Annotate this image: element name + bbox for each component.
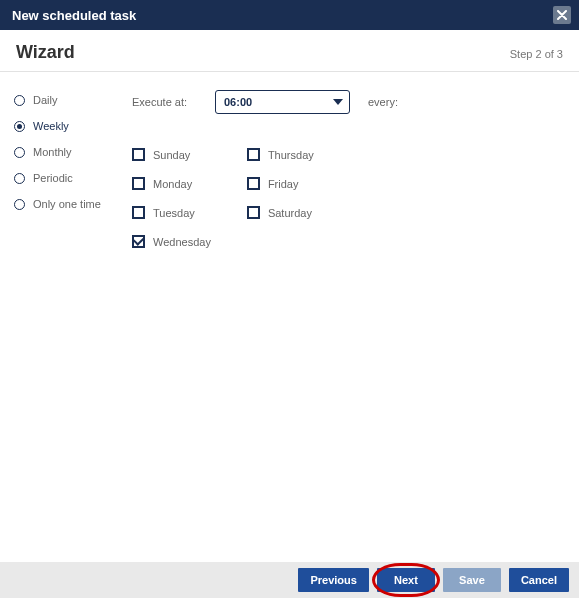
frequency-option-daily[interactable]: Daily xyxy=(14,90,126,116)
checkbox-icon xyxy=(247,148,260,161)
frequency-option-once[interactable]: Only one time xyxy=(14,194,126,220)
checkbox-icon xyxy=(132,148,145,161)
next-button[interactable]: Next xyxy=(377,568,435,592)
radio-icon xyxy=(14,199,25,210)
frequency-label: Periodic xyxy=(33,172,73,184)
day-label: Thursday xyxy=(268,149,314,161)
day-checkbox-monday[interactable]: Monday xyxy=(132,177,211,190)
wizard-body: DailyWeeklyMonthlyPeriodicOnly one time … xyxy=(0,72,579,258)
day-label: Monday xyxy=(153,178,192,190)
checkbox-icon xyxy=(132,177,145,190)
execute-at-label: Execute at: xyxy=(132,96,197,108)
previous-button[interactable]: Previous xyxy=(298,568,368,592)
day-label: Wednesday xyxy=(153,236,211,248)
frequency-label: Daily xyxy=(33,94,57,106)
checkbox-icon xyxy=(132,235,145,248)
days-grid: SundayMondayTuesdayWednesday ThursdayFri… xyxy=(132,148,569,248)
titlebar: New scheduled task xyxy=(0,0,579,30)
step-indicator: Step 2 of 3 xyxy=(510,48,563,60)
checkbox-icon xyxy=(247,206,260,219)
day-label: Friday xyxy=(268,178,299,190)
day-label: Sunday xyxy=(153,149,190,161)
radio-icon xyxy=(14,95,25,106)
schedule-panel: Execute at: 06:00 every: SundayMondayTue… xyxy=(126,90,569,248)
close-button[interactable] xyxy=(553,6,571,24)
days-column-1: SundayMondayTuesdayWednesday xyxy=(132,148,211,248)
day-checkbox-thursday[interactable]: Thursday xyxy=(247,148,314,161)
day-checkbox-sunday[interactable]: Sunday xyxy=(132,148,211,161)
time-value: 06:00 xyxy=(224,96,252,108)
frequency-option-weekly[interactable]: Weekly xyxy=(14,116,126,142)
frequency-label: Monthly xyxy=(33,146,72,158)
frequency-label: Only one time xyxy=(33,198,101,210)
day-checkbox-friday[interactable]: Friday xyxy=(247,177,314,190)
time-dropdown[interactable]: 06:00 xyxy=(215,90,350,114)
cancel-button[interactable]: Cancel xyxy=(509,568,569,592)
radio-icon xyxy=(14,121,25,132)
day-label: Saturday xyxy=(268,207,312,219)
checkbox-icon xyxy=(132,206,145,219)
wizard-header: Wizard Step 2 of 3 xyxy=(0,30,579,72)
checkbox-icon xyxy=(247,177,260,190)
day-checkbox-wednesday[interactable]: Wednesday xyxy=(132,235,211,248)
window-title: New scheduled task xyxy=(12,8,136,23)
frequency-option-monthly[interactable]: Monthly xyxy=(14,142,126,168)
close-icon xyxy=(557,10,567,20)
execute-row: Execute at: 06:00 every: xyxy=(132,90,569,114)
frequency-label: Weekly xyxy=(33,120,69,132)
days-column-2: ThursdayFridaySaturday xyxy=(247,148,314,248)
save-button[interactable]: Save xyxy=(443,568,501,592)
frequency-option-periodic[interactable]: Periodic xyxy=(14,168,126,194)
wizard-footer: Previous Next Save Cancel xyxy=(0,562,579,598)
every-label: every: xyxy=(368,96,398,108)
day-checkbox-tuesday[interactable]: Tuesday xyxy=(132,206,211,219)
radio-icon xyxy=(14,147,25,158)
day-label: Tuesday xyxy=(153,207,195,219)
radio-icon xyxy=(14,173,25,184)
day-checkbox-saturday[interactable]: Saturday xyxy=(247,206,314,219)
chevron-down-icon xyxy=(333,99,343,105)
wizard-title: Wizard xyxy=(16,42,75,63)
frequency-sidebar: DailyWeeklyMonthlyPeriodicOnly one time xyxy=(14,90,126,248)
